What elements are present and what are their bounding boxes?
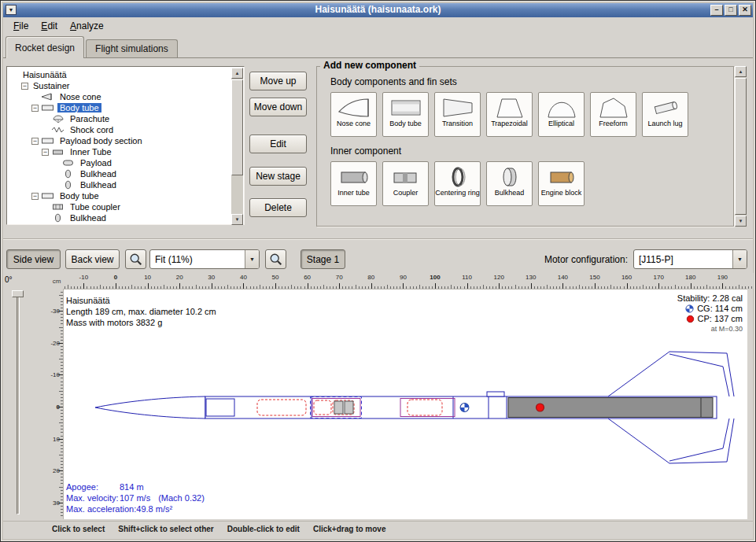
add-launch-lug-button[interactable]: Launch lug <box>642 92 688 137</box>
fin-bottom-shape[interactable] <box>608 418 734 463</box>
tree-expander-icon[interactable]: − <box>42 149 49 156</box>
tree-expander-icon[interactable]: − <box>21 83 28 90</box>
tree-item-payload-body-section[interactable]: −Payload body section <box>11 135 231 146</box>
ruler-label: 20 <box>176 274 183 281</box>
edit-button[interactable]: Edit <box>249 135 307 153</box>
scroll-down-icon[interactable]: ▼ <box>231 214 243 225</box>
ruler-tick <box>83 283 84 289</box>
zoom-out-button[interactable] <box>125 249 146 269</box>
ruler-label: 120 <box>494 274 504 281</box>
component-tree[interactable]: Haisunäätä−SustainerNose cone−Body tubeP… <box>8 68 231 223</box>
add-engine-block-button[interactable]: Engine block <box>538 161 585 206</box>
nosecone-icon <box>41 92 55 101</box>
fin-top-shape[interactable] <box>608 352 734 396</box>
tree-item-haisunäätä[interactable]: Haisunäätä <box>11 69 231 80</box>
menu-analyze[interactable]: Analyze <box>64 19 110 33</box>
add-centering-ring-button[interactable]: Centering ring <box>434 161 481 206</box>
ruler-label: -30 <box>50 308 60 315</box>
add-panel-scrollbar[interactable]: ▲ ▼ <box>735 66 747 227</box>
tree-item-inner-tube[interactable]: −Inner Tube <box>11 146 231 157</box>
tree-scrollbar[interactable]: ▲ ▼ <box>231 68 243 225</box>
zoom-in-button[interactable] <box>265 249 286 269</box>
tree-item-nose-cone[interactable]: Nose cone <box>11 91 231 102</box>
rocket-canvas[interactable]: Haisunäätä Length 189 cm, max. diameter … <box>63 289 747 519</box>
back-view-button[interactable]: Back view <box>65 249 120 269</box>
ruler-label: 30 <box>53 499 60 506</box>
rocket-dimensions: Length 189 cm, max. diameter 10.2 cm <box>66 306 216 317</box>
move-down-button[interactable]: Move down <box>249 98 307 116</box>
add-trapezoidal-button[interactable]: Trapezoidal <box>486 92 533 137</box>
delete-button[interactable]: Delete <box>249 198 307 217</box>
section-label-body-components-and-fin-sets: Body components and fin sets <box>330 76 734 87</box>
hint-2: Double-click to edit <box>227 525 300 533</box>
tree-item-bulkhead[interactable]: Bulkhead <box>11 212 231 223</box>
add-nose-cone-button[interactable]: Nose cone <box>330 92 377 137</box>
menu-file[interactable]: File <box>7 19 35 33</box>
chevron-down-icon[interactable]: ▼ <box>245 250 259 268</box>
tree-item-label: Inner Tube <box>68 147 114 157</box>
pane-divider[interactable] <box>3 238 753 240</box>
rotation-slider-handle[interactable] <box>12 290 24 297</box>
tree-expander-icon[interactable]: − <box>31 105 39 112</box>
stage-1-toggle[interactable]: Stage 1 <box>301 249 345 269</box>
flight-stat-extra: (Mach 0.32) <box>158 492 205 503</box>
engineblock-icon <box>544 164 579 189</box>
rotation-slider-track[interactable] <box>17 292 20 514</box>
tree-item-label: Body tube <box>57 103 101 112</box>
scroll-up-icon[interactable]: ▲ <box>735 66 747 77</box>
tree-item-label: Sustainer <box>31 81 72 90</box>
scroll-down-icon[interactable]: ▼ <box>735 216 747 227</box>
tree-item-shock-cord[interactable]: Shock cord <box>11 124 231 135</box>
freeform-icon <box>596 95 631 120</box>
minimize-button[interactable]: – <box>710 5 723 16</box>
add-elliptical-button[interactable]: Elliptical <box>538 92 585 137</box>
tree-item-label: Shock cord <box>68 125 116 135</box>
tree-item-parachute[interactable]: Parachute <box>11 113 231 124</box>
ruler-label: 180 <box>685 274 695 281</box>
new-stage-button[interactable]: New stage <box>249 167 307 186</box>
add-body-tube-button[interactable]: Body tube <box>382 92 429 137</box>
add-freeform-button[interactable]: Freeform <box>590 92 636 137</box>
tree-item-bulkhead[interactable]: Bulkhead <box>11 179 231 190</box>
menu-edit[interactable]: Edit <box>35 19 64 33</box>
flight-stat-value: 814 m <box>120 481 144 492</box>
tab-flight-simulations[interactable]: Flight simulations <box>86 39 178 57</box>
ruler-tick <box>467 283 468 289</box>
tree-item-sustainer[interactable]: −Sustainer <box>11 80 231 91</box>
stability-info: Stability: 2.28 cal CG: 114 cm CP: 137 c… <box>677 293 743 334</box>
ruler-tick <box>722 283 723 289</box>
tree-expander-icon[interactable]: − <box>31 193 39 200</box>
tree-item-payload[interactable]: Payload <box>11 157 231 168</box>
tree-item-label: Payload <box>78 158 114 168</box>
motor-configuration-select[interactable]: [J115-P] ▼ <box>633 249 747 269</box>
tree-item-tube-coupler[interactable]: Tube coupler <box>11 201 231 212</box>
scroll-up-icon[interactable]: ▲ <box>231 68 243 79</box>
tree-indent <box>52 185 61 186</box>
add-inner-tube-button[interactable]: Inner tube <box>330 161 377 206</box>
titlebar[interactable]: ▼ Haisunäätä (haisunaata.ork) – □ ✕ <box>3 3 753 17</box>
chevron-down-icon[interactable]: ▼ <box>732 250 747 268</box>
move-up-button[interactable]: Move up <box>249 72 307 90</box>
launch-lug-shape[interactable] <box>487 392 504 396</box>
tree-item-body-tube[interactable]: −Body tube <box>11 190 231 201</box>
bulkhead-shape[interactable] <box>345 401 353 414</box>
cp-icon <box>686 315 695 323</box>
zoom-level-select[interactable]: Fit (11%) ▼ <box>149 249 260 269</box>
side-view-button[interactable]: Side view <box>6 249 61 269</box>
add-panel-scrollbar-thumb[interactable] <box>735 78 747 215</box>
add-coupler-button[interactable]: Coupler <box>382 161 429 206</box>
flight-stat-row: Max. acceleration:49.8 m/s² <box>66 503 205 514</box>
tree-item-body-tube[interactable]: −Body tube <box>11 102 231 113</box>
ruler-label: 40 <box>240 274 247 281</box>
component-button-label: Centering ring <box>435 190 480 197</box>
tree-scrollbar-thumb[interactable] <box>231 79 243 175</box>
tab-rocket-design[interactable]: Rocket design <box>6 36 84 58</box>
close-button[interactable]: ✕ <box>739 5 751 16</box>
ruler-tick <box>148 283 149 289</box>
maximize-button[interactable]: □ <box>725 5 737 16</box>
tree-expander-icon[interactable]: − <box>31 138 39 145</box>
add-transition-button[interactable]: Transition <box>434 92 481 137</box>
add-bulkhead-button[interactable]: Bulkhead <box>486 161 533 206</box>
bulkhead-shape[interactable] <box>334 401 343 414</box>
tree-item-bulkhead[interactable]: Bulkhead <box>11 168 231 179</box>
